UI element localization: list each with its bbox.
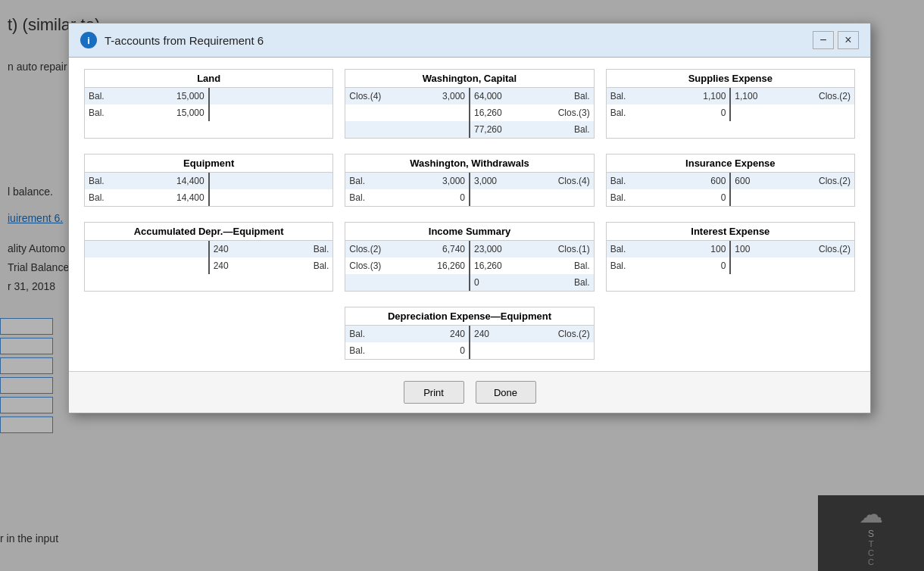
t-row: Bal. 14,400 (85, 173, 208, 189)
t-account-insurance-expense-right: 600 Clos.(2) (731, 173, 854, 206)
close-button[interactable]: × (838, 31, 859, 49)
t-account-interest-expense-left: Bal. 100 Bal. 0 (607, 241, 732, 274)
t-account-equipment-left: Bal. 14,400 Bal. 14,400 (85, 173, 210, 206)
t-account-land: Land Bal. 15,000 Bal. 15,000 (84, 69, 333, 139)
t-row (470, 189, 594, 206)
t-account-insurance-expense: Insurance Expense Bal. 600 Bal. 0 (606, 154, 855, 207)
t-row: 0 Bal. (470, 274, 594, 291)
t-account-interest-expense-right: 100 Clos.(2) (731, 241, 854, 274)
t-row: Bal. 15,000 (85, 105, 208, 121)
t-account-land-left: Bal. 15,000 Bal. 15,000 (85, 88, 210, 121)
minimize-button[interactable]: − (813, 31, 834, 49)
print-button[interactable]: Print (404, 381, 464, 404)
t-account-washington-capital-right: 64,000 Bal. 16,260 Clos.(3) 77,260 Bal. (470, 88, 594, 138)
t-account-insurance-expense-left: Bal. 600 Bal. 0 (607, 173, 732, 206)
t-account-washington-capital-body: Clos.(4) 3,000 (345, 88, 593, 138)
t-account-depreciation-expense: Depreciation Expense—Equipment Bal. 240 … (345, 307, 594, 360)
t-account-interest-expense: Interest Expense Bal. 100 Bal. 0 (606, 222, 855, 292)
t-account-depreciation-expense-left: Bal. 240 Bal. 0 (345, 326, 470, 359)
t-row (731, 189, 854, 206)
t-row (210, 189, 333, 206)
t-row (210, 173, 333, 189)
t-account-equipment: Equipment Bal. 14,400 Bal. 14,400 (84, 154, 333, 207)
t-row: Bal. 0 (607, 257, 730, 274)
modal-title: T-accounts from Requirement 6 (105, 34, 264, 47)
t-row: Bal. 240 (345, 326, 469, 342)
t-row: Bal. 600 (607, 173, 730, 189)
t-row (85, 241, 208, 257)
t-account-interest-expense-body: Bal. 100 Bal. 0 100 Clos.(2) (607, 241, 854, 274)
t-row (345, 105, 469, 121)
t-account-land-body: Bal. 15,000 Bal. 15,000 (85, 88, 332, 121)
t-account-income-summary: Income Summary Clos.(2) 6,740 Clos.(3) 1… (345, 222, 594, 292)
t-accounts-grid: Land Bal. 15,000 Bal. 15,000 (84, 69, 855, 360)
t-row: 1,100 Clos.(2) (731, 88, 854, 105)
t-account-washington-capital-title: Washington, Capital (345, 70, 593, 88)
t-account-washington-capital: Washington, Capital Clos.(4) 3,000 (345, 69, 594, 139)
modal-dialog: i T-accounts from Requirement 6 − × Land… (68, 23, 871, 413)
t-account-equipment-right (210, 173, 333, 206)
t-account-land-title: Land (85, 70, 332, 88)
t-account-accumulated-depr-left (85, 241, 210, 274)
t-account-accumulated-depr: Accumulated Depr.—Equipment (84, 222, 333, 292)
t-row (345, 274, 469, 291)
t-row: 77,260 Bal. (470, 121, 594, 138)
t-account-equipment-body: Bal. 14,400 Bal. 14,400 (85, 173, 332, 206)
t-row: 16,260 Bal. (470, 257, 594, 274)
t-row (210, 88, 333, 105)
t-row: Bal. 100 (607, 241, 730, 257)
modal-header-left: i T-accounts from Requirement 6 (80, 32, 264, 48)
t-row: 240 Clos.(2) (470, 326, 594, 342)
t-row: 64,000 Bal. (470, 88, 594, 105)
t-account-equipment-title: Equipment (85, 154, 332, 173)
t-row (85, 257, 208, 274)
t-account-depreciation-expense-right: 240 Clos.(2) (470, 326, 594, 359)
t-account-insurance-expense-body: Bal. 600 Bal. 0 600 Clos.(2) (607, 173, 854, 206)
t-row: Clos.(3) 16,260 (345, 257, 469, 274)
t-row: 240 Bal. (210, 241, 333, 257)
t-row: 3,000 Clos.(4) (470, 173, 594, 189)
t-row: Clos.(2) 6,740 (345, 241, 469, 257)
t-account-washington-withdrawals: Washington, Withdrawals Bal. 3,000 Bal. … (345, 154, 594, 207)
modal-footer: Print Done (69, 371, 870, 413)
t-row: 600 Clos.(2) (731, 173, 854, 189)
modal-body: Land Bal. 15,000 Bal. 15,000 (69, 58, 870, 371)
t-account-accumulated-depr-body: 240 Bal. 240 Bal. (85, 241, 332, 274)
t-account-income-summary-body: Clos.(2) 6,740 Clos.(3) 16,260 (345, 241, 593, 291)
t-row: Bal. 0 (345, 342, 469, 359)
t-row (345, 121, 469, 138)
t-account-supplies-expense-title: Supplies Expense (607, 70, 854, 88)
t-row (731, 257, 854, 274)
t-row: 16,260 Clos.(3) (470, 105, 594, 121)
t-row (470, 342, 594, 359)
t-row: 100 Clos.(2) (731, 241, 854, 257)
t-account-washington-withdrawals-title: Washington, Withdrawals (345, 154, 593, 173)
t-row: Bal. 0 (345, 189, 469, 206)
modal-controls: − × (813, 31, 859, 49)
t-account-supplies-expense-body: Bal. 1,100 Bal. 0 1,100 Clos.(2) (607, 88, 854, 121)
modal-header: i T-accounts from Requirement 6 − × (69, 23, 870, 58)
t-row: Bal. 15,000 (85, 88, 208, 105)
t-account-supplies-expense-right: 1,100 Clos.(2) (731, 88, 854, 121)
t-account-insurance-expense-title: Insurance Expense (607, 154, 854, 173)
t-row: Bal. 3,000 (345, 173, 469, 189)
t-row: Bal. 0 (607, 189, 730, 206)
t-account-interest-expense-title: Interest Expense (607, 223, 854, 241)
info-icon: i (80, 32, 97, 48)
done-button[interactable]: Done (476, 381, 536, 404)
t-account-washington-withdrawals-body: Bal. 3,000 Bal. 0 3,000 Clos.(4) (345, 173, 593, 206)
grid-spacer (84, 307, 333, 360)
t-account-land-right (210, 88, 333, 121)
t-account-washington-withdrawals-left: Bal. 3,000 Bal. 0 (345, 173, 470, 206)
t-row: 240 Bal. (210, 257, 333, 274)
t-row (731, 105, 854, 121)
t-account-washington-withdrawals-right: 3,000 Clos.(4) (470, 173, 594, 206)
t-row: 23,000 Clos.(1) (470, 241, 594, 257)
t-account-accumulated-depr-right: 240 Bal. 240 Bal. (210, 241, 333, 274)
t-row: Bal. 1,100 (607, 88, 730, 105)
t-account-income-summary-left: Clos.(2) 6,740 Clos.(3) 16,260 (345, 241, 470, 291)
t-account-accumulated-depr-title: Accumulated Depr.—Equipment (85, 223, 332, 241)
t-row: Clos.(4) 3,000 (345, 88, 469, 105)
t-account-supplies-expense: Supplies Expense Bal. 1,100 Bal. 0 (606, 69, 855, 139)
t-account-depreciation-expense-body: Bal. 240 Bal. 0 240 Clos.(2) (345, 326, 593, 359)
